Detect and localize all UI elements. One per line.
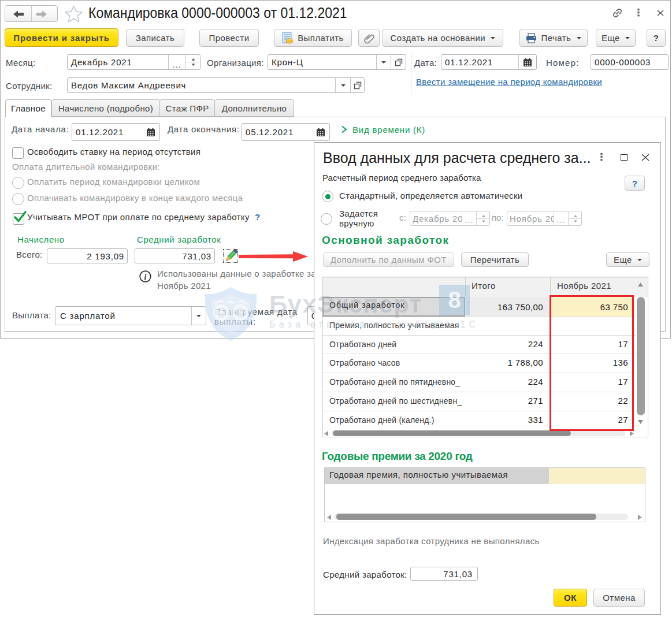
svg-text:i: i — [144, 273, 147, 281]
